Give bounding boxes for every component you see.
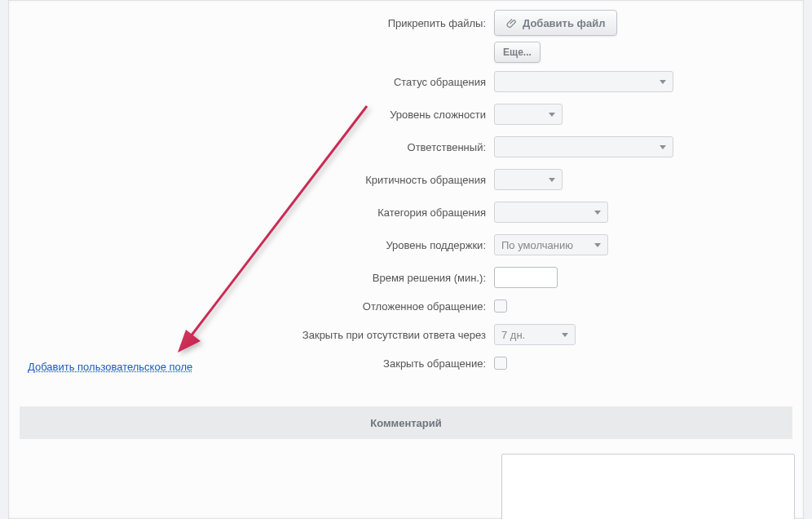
comment-header-bar: Комментарий bbox=[20, 406, 792, 439]
difficulty-select[interactable] bbox=[494, 104, 563, 125]
add-file-button-label: Добавить файл bbox=[523, 17, 605, 29]
status-label: Статус обращения bbox=[8, 76, 494, 88]
comment-textarea[interactable] bbox=[501, 454, 795, 519]
difficulty-label: Уровень сложности bbox=[8, 109, 494, 121]
category-select[interactable] bbox=[494, 202, 608, 223]
more-button[interactable]: Еще... bbox=[494, 42, 541, 63]
deferred-label: Отложенное обращение: bbox=[8, 300, 494, 313]
responsible-label: Ответственный: bbox=[8, 141, 494, 153]
resolution-time-input[interactable] bbox=[494, 267, 558, 288]
comment-header-label: Комментарий bbox=[370, 417, 442, 429]
support-level-select[interactable]: По умолчанию bbox=[494, 234, 608, 255]
close-no-reply-label: Закрыть при отсутствии ответа через bbox=[8, 329, 494, 341]
add-custom-field-link[interactable]: Добавить пользовательское поле bbox=[28, 361, 192, 373]
add-file-button[interactable]: Добавить файл bbox=[494, 10, 617, 36]
deferred-checkbox[interactable] bbox=[494, 299, 507, 313]
paperclip-icon bbox=[506, 16, 518, 29]
close-no-reply-value: 7 дн. bbox=[501, 329, 525, 341]
criticality-label: Критичность обращения bbox=[8, 174, 494, 186]
status-select[interactable] bbox=[494, 71, 673, 92]
close-ticket-checkbox[interactable] bbox=[494, 357, 507, 370]
support-level-value: По умолчанию bbox=[501, 239, 573, 251]
more-button-label: Еще... bbox=[503, 47, 532, 58]
support-level-label: Уровень поддержки: bbox=[8, 239, 494, 251]
close-no-reply-select[interactable]: 7 дн. bbox=[494, 324, 576, 345]
category-label: Категория обращения bbox=[8, 206, 494, 219]
resolution-time-label: Время решения (мин.): bbox=[8, 272, 494, 284]
responsible-select[interactable] bbox=[494, 136, 673, 157]
attach-files-label: Прикрепить файлы: bbox=[8, 17, 494, 29]
criticality-select[interactable] bbox=[494, 169, 563, 190]
